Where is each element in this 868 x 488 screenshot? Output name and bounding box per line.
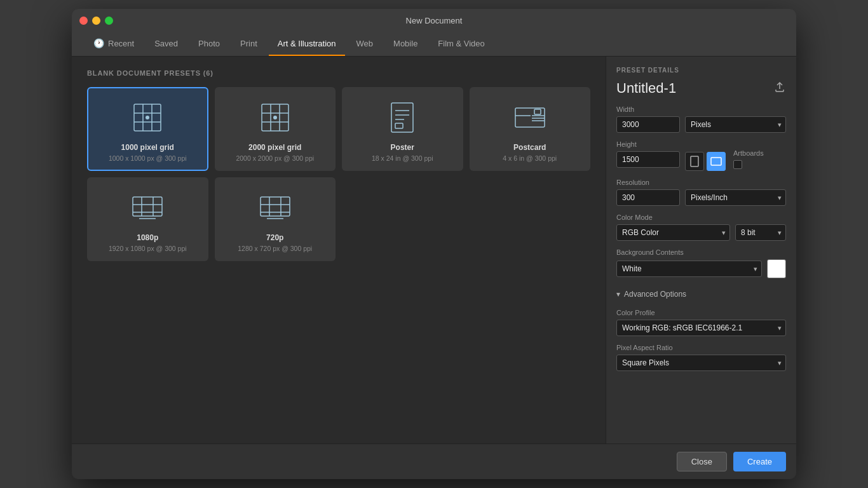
svg-rect-22 bbox=[534, 109, 541, 114]
orientation-landscape-button[interactable] bbox=[707, 152, 726, 171]
presets-grid-row1: 1000 pixel grid 1000 x 1000 px @ 300 ppi bbox=[87, 87, 590, 171]
width-unit-select[interactable]: Pixels Inches Centimeters bbox=[685, 116, 786, 133]
artboards-label: Artboards bbox=[733, 149, 764, 157]
resolution-input[interactable] bbox=[616, 189, 680, 206]
preset-icon-720p bbox=[256, 189, 294, 227]
traffic-lights bbox=[79, 17, 113, 25]
preset-name-postcard: Postcard bbox=[513, 143, 546, 152]
doc-name: Untitled-1 bbox=[616, 80, 676, 97]
close-window-button[interactable] bbox=[79, 17, 88, 25]
preset-card-postcard[interactable]: Postcard 4 x 6 in @ 300 ppi bbox=[470, 87, 591, 171]
bg-contents-row: White Black Transparent bbox=[616, 259, 786, 278]
tab-print[interactable]: Print bbox=[231, 32, 266, 56]
width-input[interactable] bbox=[616, 116, 680, 133]
height-label: Height bbox=[616, 140, 680, 148]
preset-name-2000-pixel-grid: 2000 pixel grid bbox=[248, 143, 301, 152]
right-panel: PRESET DETAILS Untitled-1 Width bbox=[606, 57, 796, 444]
close-button[interactable]: Close bbox=[677, 452, 727, 471]
advanced-options-label: Advanced Options bbox=[624, 290, 686, 299]
doc-name-row: Untitled-1 bbox=[616, 80, 786, 97]
height-input[interactable] bbox=[616, 151, 680, 168]
tab-web[interactable]: Web bbox=[348, 32, 383, 56]
width-unit-select-wrap: Pixels Inches Centimeters bbox=[685, 116, 786, 133]
color-profile-select-wrap: Working RGB: sRGB IEC61966-2.1 sRGB IEC6… bbox=[616, 320, 786, 336]
preset-icon-postcard bbox=[511, 98, 549, 137]
tabs-bar: 🕐 Recent Saved Photo Print Art & Illustr… bbox=[72, 32, 796, 57]
preset-icon-1080p bbox=[128, 189, 166, 227]
preset-dims-720p: 1280 x 720 px @ 300 ppi bbox=[238, 245, 312, 252]
resolution-unit-select[interactable]: Pixels/Inch Pixels/Centimeter bbox=[685, 189, 786, 206]
artboards-group-wrap: Artboards bbox=[733, 140, 764, 169]
svg-rect-16 bbox=[395, 123, 403, 128]
preset-icon-1000-pixel-grid bbox=[128, 98, 166, 137]
bg-contents-select[interactable]: White Black Transparent bbox=[616, 261, 762, 277]
bg-color-swatch[interactable] bbox=[767, 259, 786, 278]
preset-name-poster: Poster bbox=[391, 143, 414, 152]
color-mode-row: RGB Color CMYK Color Grayscale 8 bit 16 … bbox=[616, 224, 786, 241]
bg-contents-label: Background Contents bbox=[616, 248, 786, 256]
preset-card-720p[interactable]: 720p 1280 x 720 px @ 300 ppi bbox=[215, 177, 336, 261]
preset-dims-1000-pixel-grid: 1000 x 1000 px @ 300 ppi bbox=[109, 154, 187, 162]
preset-card-poster[interactable]: Poster 18 x 24 in @ 300 ppi bbox=[342, 87, 463, 171]
tab-saved[interactable]: Saved bbox=[146, 32, 187, 56]
preset-dims-postcard: 4 x 6 in @ 300 ppi bbox=[503, 154, 557, 162]
export-icon[interactable] bbox=[773, 81, 786, 97]
preset-name-1080p: 1080p bbox=[137, 233, 158, 242]
svg-rect-17 bbox=[515, 108, 545, 127]
svg-rect-36 bbox=[711, 158, 721, 165]
preset-dims-2000-pixel-grid: 2000 x 2000 px @ 300 ppi bbox=[236, 154, 314, 162]
tab-art-illustration[interactable]: Art & Illustration bbox=[269, 32, 345, 56]
svg-rect-23 bbox=[133, 197, 162, 216]
preset-details-label: PRESET DETAILS bbox=[616, 67, 786, 74]
artboards-checkbox[interactable] bbox=[733, 160, 742, 169]
width-label: Width bbox=[616, 105, 786, 113]
preset-icon-poster bbox=[383, 98, 421, 137]
svg-point-5 bbox=[146, 116, 149, 119]
bg-contents-select-wrap: White Black Transparent bbox=[616, 261, 762, 277]
content-area: BLANK DOCUMENT PRESETS (6) bbox=[72, 57, 796, 444]
maximize-window-button[interactable] bbox=[105, 17, 113, 25]
svg-rect-12 bbox=[391, 103, 413, 132]
tab-recent[interactable]: 🕐 Recent bbox=[85, 32, 143, 56]
color-mode-label: Color Mode bbox=[616, 214, 786, 221]
pixel-aspect-select-wrap: Square Pixels D1/DV NTSC (0.91) D1/DV PA… bbox=[616, 355, 786, 371]
preset-card-2000-pixel-grid[interactable]: 2000 pixel grid 2000 x 2000 px @ 300 ppi bbox=[215, 87, 336, 171]
resolution-unit-select-wrap: Pixels/Inch Pixels/Centimeter bbox=[685, 189, 786, 206]
color-bit-select[interactable]: 8 bit 16 bit 32 bit bbox=[735, 224, 786, 241]
color-mode-select-wrap: RGB Color CMYK Color Grayscale bbox=[616, 224, 730, 241]
svg-rect-29 bbox=[261, 197, 290, 216]
window-title: New Document bbox=[406, 16, 463, 25]
color-profile-select[interactable]: Working RGB: sRGB IEC61966-2.1 sRGB IEC6… bbox=[616, 320, 786, 336]
tab-mobile[interactable]: Mobile bbox=[384, 32, 426, 56]
minimize-window-button[interactable] bbox=[92, 17, 100, 25]
svg-point-11 bbox=[273, 116, 277, 119]
preset-card-1000-pixel-grid[interactable]: 1000 pixel grid 1000 x 1000 px @ 300 ppi bbox=[87, 87, 208, 171]
presets-panel: BLANK DOCUMENT PRESETS (6) bbox=[72, 57, 606, 444]
color-bit-select-wrap: 8 bit 16 bit 32 bit bbox=[735, 224, 786, 241]
orientation-portrait-button[interactable] bbox=[685, 152, 704, 171]
preset-name-1000-pixel-grid: 1000 pixel grid bbox=[121, 143, 174, 152]
tab-photo[interactable]: Photo bbox=[189, 32, 229, 56]
color-profile-label: Color Profile bbox=[616, 309, 786, 316]
presets-header: BLANK DOCUMENT PRESETS (6) bbox=[87, 69, 590, 77]
orientation-group-wrap bbox=[685, 140, 726, 171]
create-button[interactable]: Create bbox=[733, 452, 786, 471]
recent-icon: 🕐 bbox=[93, 38, 104, 48]
preset-icon-2000-pixel-grid bbox=[256, 98, 294, 137]
height-group: Height bbox=[616, 140, 680, 168]
color-mode-select[interactable]: RGB Color CMYK Color Grayscale bbox=[616, 224, 730, 241]
resolution-label: Resolution bbox=[616, 179, 786, 186]
bottom-buttons: Close Create bbox=[72, 444, 796, 479]
advanced-options-arrow-icon: ▾ bbox=[616, 290, 620, 299]
width-row: Pixels Inches Centimeters bbox=[616, 116, 786, 133]
pixel-aspect-select[interactable]: Square Pixels D1/DV NTSC (0.91) D1/DV PA… bbox=[616, 355, 786, 371]
tab-film-video[interactable]: Film & Video bbox=[429, 32, 493, 56]
titlebar: New Document bbox=[72, 9, 796, 32]
advanced-options-toggle[interactable]: ▾ Advanced Options bbox=[616, 287, 786, 301]
resolution-input-wrap bbox=[616, 189, 680, 206]
pixel-aspect-label: Pixel Aspect Ratio bbox=[616, 344, 786, 351]
preset-name-720p: 720p bbox=[266, 233, 283, 242]
preset-card-1080p[interactable]: 1080p 1920 x 1080 px @ 300 ppi bbox=[87, 177, 208, 261]
resolution-row: Pixels/Inch Pixels/Centimeter bbox=[616, 189, 786, 206]
svg-rect-35 bbox=[691, 156, 698, 166]
